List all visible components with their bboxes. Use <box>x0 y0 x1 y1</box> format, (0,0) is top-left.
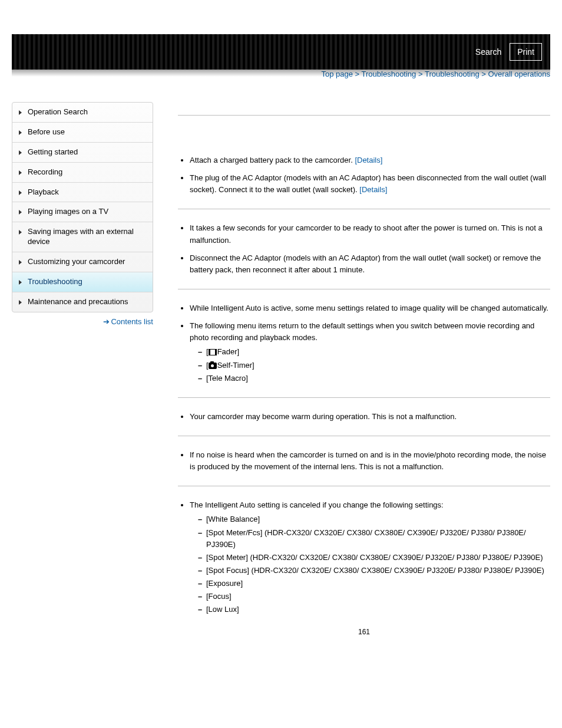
sub-item: [Tele Macro] <box>198 373 550 384</box>
sidebar-item[interactable]: Playing images on a TV <box>12 202 153 222</box>
sidebar-item[interactable]: Playback <box>12 183 153 203</box>
sub-item: [Spot Meter/Fcs] (HDR-CX320/ CX320E/ CX3… <box>198 527 550 551</box>
sidebar-item[interactable]: Troubleshooting <box>12 272 153 292</box>
sidebar-item[interactable]: Customizing your camcorder <box>12 252 153 272</box>
page-number: 161 <box>178 628 550 636</box>
sub-item: [Self-Timer] <box>198 360 550 371</box>
sidebar-item[interactable]: Maintenance and precautions <box>12 292 153 312</box>
sidebar-item[interactable]: Before use <box>12 123 153 143</box>
bullet-list: The Intelligent Auto setting is canceled… <box>178 499 550 615</box>
sub-item: [Focus] <box>198 591 550 602</box>
camera-icon <box>209 363 217 369</box>
print-button[interactable]: Print <box>510 43 542 61</box>
sub-item: [Exposure] <box>198 578 550 589</box>
bullet-item: Your camcorder may become warm during op… <box>190 411 550 423</box>
bullet-list: Your camcorder may become warm during op… <box>178 411 550 423</box>
bullet-item: Attach a charged battery pack to the cam… <box>190 154 550 166</box>
sub-item: [Spot Focus] (HDR-CX320/ CX320E/ CX380/ … <box>198 565 550 577</box>
bullet-item: While Intelligent Auto is active, some m… <box>190 302 550 314</box>
film-icon <box>209 349 217 355</box>
contents-list-link[interactable]: Contents list <box>111 317 153 326</box>
bullet-list: While Intelligent Auto is active, some m… <box>178 302 550 384</box>
sidebar-item[interactable]: Getting started <box>12 143 153 163</box>
bullet-item: It takes a few seconds for your camcorde… <box>190 222 550 246</box>
arrow-right-icon: ➔ <box>103 317 110 326</box>
details-link[interactable]: [Details] <box>359 185 387 194</box>
header-bar: Search Print <box>12 34 550 70</box>
sidebar-nav: Operation SearchBefore useGetting starte… <box>12 102 153 312</box>
bullet-item: If no noise is heard when the camcorder … <box>190 449 550 473</box>
bullet-list: If no noise is heard when the camcorder … <box>178 449 550 473</box>
sub-item: [White Balance] <box>198 513 550 525</box>
sub-item: [Fader] <box>198 346 550 358</box>
sidebar-item[interactable]: Operation Search <box>12 103 153 123</box>
bullet-list: Attach a charged battery pack to the cam… <box>178 154 550 196</box>
bullet-item: The Intelligent Auto setting is canceled… <box>190 499 550 615</box>
bullet-item: The plug of the AC Adaptor (models with … <box>190 172 550 196</box>
details-link[interactable]: [Details] <box>355 156 382 164</box>
bullet-item: The following menu items return to the d… <box>190 320 550 384</box>
bullet-list: It takes a few seconds for your camcorde… <box>178 222 550 276</box>
sidebar-item[interactable]: Recording <box>12 163 153 183</box>
bullet-item: Disconnect the AC Adaptor (models with a… <box>190 252 550 276</box>
sub-item: [Spot Meter] (HDR-CX320/ CX320E/ CX380/ … <box>198 552 550 564</box>
sub-item: [Low Lux] <box>198 604 550 615</box>
search-button[interactable]: Search <box>475 47 501 57</box>
sidebar-item[interactable]: Saving images with an external device <box>12 222 153 252</box>
main-content: Attach a charged battery pack to the cam… <box>153 102 550 636</box>
